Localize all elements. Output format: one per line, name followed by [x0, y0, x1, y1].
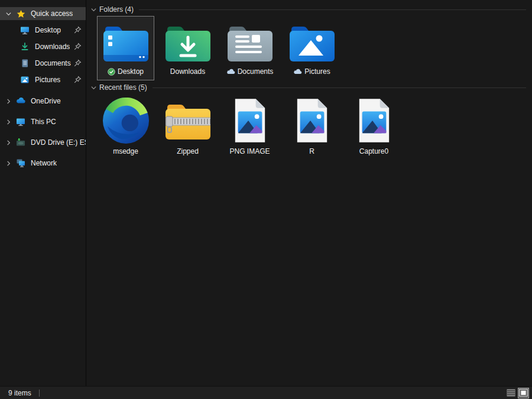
item-label: R [309, 147, 314, 155]
download-mini-icon [20, 42, 30, 51]
folder-tile-desktop[interactable]: Desktop [95, 16, 157, 80]
downloads-folder-icon [164, 17, 212, 67]
section-divider [139, 9, 526, 10]
sidebar-item-label: Downloads [35, 43, 70, 51]
item-label: Capture0 [359, 147, 388, 155]
item-label: Documents [238, 67, 274, 76]
item-label: msedge [113, 147, 138, 155]
status-bar: 9 items [0, 386, 532, 399]
image-file-icon [232, 94, 268, 147]
folder-tile-documents[interactable]: Documents [219, 16, 281, 80]
thumbnail-view-button[interactable] [518, 388, 529, 398]
file-tile-zipped[interactable]: Zipped [157, 93, 219, 161]
sidebar-item-label: Pictures [35, 76, 60, 84]
sidebar-item-label: Desktop [35, 26, 61, 34]
sidebar-item-onedrive[interactable]: OneDrive [0, 95, 86, 108]
monitor-icon [16, 117, 25, 126]
sidebar-item-label: OneDrive [31, 97, 61, 105]
chevron-right-icon[interactable] [5, 118, 12, 125]
image-file-icon [294, 94, 330, 147]
file-tile-capture0[interactable]: Capture0 [343, 93, 405, 161]
sidebar-item-documents[interactable]: Documents [0, 57, 86, 70]
view-toggle-buttons [505, 388, 529, 398]
sidebar-item-network[interactable]: Network [0, 157, 86, 170]
chevron-down-icon[interactable] [90, 84, 97, 91]
pictures-folder-icon [288, 17, 336, 67]
network-icon [16, 158, 25, 168]
sidebar-item-downloads[interactable]: Downloads [0, 40, 86, 53]
item-label: Desktop [118, 67, 144, 76]
pin-icon[interactable] [73, 26, 82, 34]
dvd-drive-icon [16, 138, 25, 147]
items-view: Folders (4) [87, 0, 532, 386]
sidebar-item-label: Quick access [31, 9, 73, 18]
sync-ok-badge-icon [108, 68, 115, 76]
recent-files-row: msedge [87, 93, 532, 161]
sidebar-item-label: Documents [35, 59, 71, 67]
item-label: Downloads [170, 67, 205, 76]
chevron-right-icon[interactable] [5, 98, 12, 105]
chevron-right-icon[interactable] [5, 139, 12, 146]
edge-logo-icon [102, 94, 150, 147]
file-explorer-window: Quick access Desktop Downloads Doc [0, 0, 532, 399]
file-tile-png-image[interactable]: PNG IMAGE [219, 93, 281, 161]
sidebar-item-this-pc[interactable]: This PC [0, 115, 86, 128]
document-mini-icon [20, 59, 30, 68]
sidebar-item-label: DVD Drive (E:) ESD- [31, 138, 86, 147]
zipped-folder-icon [164, 94, 212, 147]
section-divider [153, 87, 526, 88]
folder-tile-pictures[interactable]: Pictures [281, 16, 343, 80]
picture-mini-icon [20, 75, 30, 85]
sidebar-item-label: This PC [31, 118, 56, 126]
folder-tile-downloads[interactable]: Downloads [157, 16, 219, 80]
section-title: Folders (4) [99, 5, 134, 14]
item-label: Pictures [304, 67, 330, 76]
desktop-mini-icon [20, 25, 30, 35]
sidebar-item-desktop[interactable]: Desktop [0, 24, 86, 37]
file-tile-msedge[interactable]: msedge [95, 93, 157, 161]
details-view-button[interactable] [505, 388, 517, 398]
desktop-folder-icon [102, 17, 150, 67]
section-title: Recent files (5) [99, 83, 147, 92]
item-label: PNG IMAGE [229, 147, 270, 155]
folders-row: Desktop [87, 16, 532, 80]
item-label: Zipped [177, 147, 199, 155]
onedrive-cloud-icon [16, 96, 25, 106]
pin-icon[interactable] [73, 76, 82, 84]
chevron-down-icon[interactable] [90, 6, 97, 13]
sidebar-item-label: Network [31, 159, 57, 167]
pin-icon[interactable] [73, 59, 82, 67]
cloud-badge-icon [293, 69, 302, 74]
star-icon [16, 9, 25, 18]
navigation-pane: Quick access Desktop Downloads Doc [0, 0, 86, 386]
sidebar-item-quick-access[interactable]: Quick access [0, 7, 86, 20]
cloud-badge-icon [226, 69, 235, 74]
items-count: 9 items [8, 389, 31, 397]
thumbnail-view-icon [519, 389, 528, 397]
statusbar-separator [39, 390, 40, 397]
section-header-folders[interactable]: Folders (4) [90, 5, 526, 14]
file-tile-r[interactable]: R [281, 93, 343, 161]
details-view-icon [507, 389, 515, 397]
pin-icon[interactable] [73, 43, 82, 51]
sidebar-item-dvd-drive[interactable]: DVD Drive (E:) ESD- [0, 136, 86, 149]
image-file-icon [356, 94, 392, 147]
section-header-recent-files[interactable]: Recent files (5) [90, 83, 526, 92]
chevron-down-icon[interactable] [5, 10, 12, 17]
documents-folder-icon [226, 17, 274, 67]
sidebar-item-pictures[interactable]: Pictures [0, 73, 86, 86]
chevron-right-icon[interactable] [5, 160, 12, 167]
